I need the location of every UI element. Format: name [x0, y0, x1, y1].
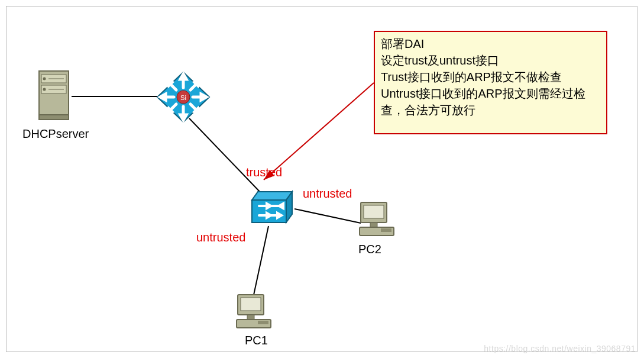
svg-point-10	[43, 78, 46, 80]
svg-marker-20	[180, 115, 186, 120]
svg-rect-45	[364, 205, 384, 218]
svg-rect-48	[381, 228, 391, 232]
core-switch-icon: Si	[155, 70, 212, 124]
pc2-label: PC2	[358, 243, 381, 256]
svg-point-13	[43, 88, 46, 91]
port-label-untrusted-pc2: untrusted	[303, 187, 352, 201]
svg-marker-39	[279, 204, 283, 208]
svg-rect-34	[252, 200, 286, 222]
svg-marker-18	[180, 74, 186, 79]
callout-line-2: 设定trust及untrust接口	[381, 52, 600, 69]
svg-rect-50	[241, 298, 261, 311]
dai-callout: 部署DAI 设定trust及untrust接口 Trust接口收到的ARP报文不…	[374, 31, 607, 134]
port-label-untrusted-pc1: untrusted	[196, 231, 245, 244]
access-switch-icon	[248, 188, 296, 227]
svg-marker-43	[277, 213, 281, 218]
dhcp-server-label: DHCPserver	[22, 127, 89, 141]
svg-marker-24	[201, 94, 206, 100]
callout-line-1: 部署DAI	[381, 36, 600, 52]
svg-marker-26	[166, 79, 172, 86]
pc1-icon	[234, 292, 276, 331]
svg-marker-33	[252, 192, 292, 200]
port-label-trusted: trusted	[246, 166, 282, 179]
svg-text:Si: Si	[180, 94, 186, 101]
svg-marker-28	[195, 79, 201, 86]
callout-line-3: Trust接口收到的ARP报文不做检查	[381, 69, 600, 85]
svg-marker-32	[195, 108, 201, 115]
watermark: https://blog.csdn.net/weixin_39068791	[484, 344, 636, 353]
svg-rect-51	[247, 315, 254, 320]
server-icon	[35, 70, 72, 121]
svg-rect-53	[258, 321, 268, 324]
svg-marker-22	[160, 94, 166, 100]
callout-line-4: Untrust接口收到的ARP报文则需经过检查，合法方可放行	[381, 85, 600, 118]
svg-rect-46	[370, 222, 377, 227]
svg-rect-7	[39, 115, 69, 120]
pc2-icon	[357, 200, 399, 239]
pc1-label: PC1	[245, 334, 268, 347]
svg-marker-30	[166, 108, 172, 115]
